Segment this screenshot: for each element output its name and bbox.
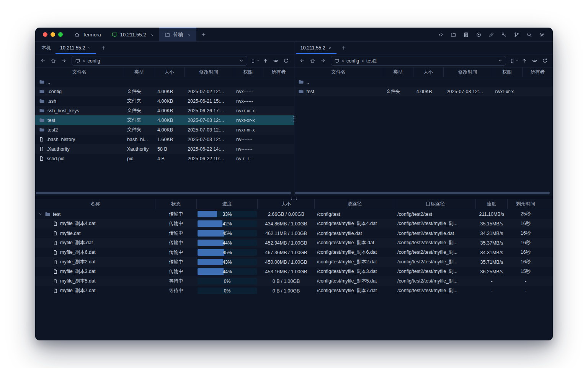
transfer-row[interactable]: myfile_副本7.dat等待中0%0 B / 1.00GB/config/t… (35, 286, 553, 296)
toolbar-folder-button[interactable] (448, 30, 458, 39)
transfer-name-cell: myfile_副本4.dat (35, 220, 155, 227)
left-new-tab-button[interactable] (96, 42, 111, 54)
left-path-bar[interactable]: >config (72, 56, 247, 66)
file-row[interactable]: .. (35, 77, 294, 87)
transfer-column-remaining[interactable]: 剩余时间 (508, 199, 553, 209)
app-tab-termora[interactable]: Termora (69, 28, 106, 41)
file-type: 文件夹 (383, 88, 413, 95)
right-path-bar[interactable]: >config>test2 (331, 56, 506, 66)
window-close-button[interactable] (43, 32, 47, 37)
left-home-button[interactable] (49, 56, 58, 66)
transfer-splitter[interactable] (35, 196, 553, 199)
file-row[interactable]: sshd.pidpid4 B2025-06-22 10:...rw-r--r-- (35, 154, 294, 163)
right-bookmark-button[interactable] (509, 56, 519, 66)
toolbar-record-button[interactable] (474, 30, 483, 39)
file-mtime: 2025-07-03 12:... (185, 118, 233, 123)
left-tab-ssh-10.211.55.2[interactable]: 10.211.55.2 (56, 42, 96, 54)
column-header-name[interactable]: 文件名 (35, 67, 124, 77)
right-horizontal-scrollbar[interactable] (295, 192, 550, 194)
left-file-list: ...config文件夹4.00KB2025-07-02 12:...rwx--… (35, 77, 294, 196)
toolbar-key-button[interactable] (499, 30, 509, 39)
close-tab-icon[interactable] (150, 33, 154, 37)
toolbar-log-button[interactable] (461, 30, 471, 39)
arrow-right-icon (61, 58, 67, 64)
transfer-row[interactable]: test传输中33%2.66GB / 8.00GB/config/test/co… (35, 209, 553, 219)
transfer-size: 2.66GB / 8.00GB (258, 212, 315, 217)
new-tab-button[interactable] (196, 28, 211, 41)
progress-bar: 33% (198, 211, 257, 217)
file-row[interactable]: ssh_host_keys文件夹4.00KB2025-06-26 17:...r… (35, 106, 294, 115)
toolbar-edit-button[interactable] (486, 30, 496, 39)
right-home-button[interactable] (308, 56, 317, 66)
right-back-button[interactable] (297, 56, 307, 66)
transfer-column-speed[interactable]: 速度 (476, 199, 508, 209)
right-new-tab-button[interactable] (336, 42, 351, 54)
left-back-button[interactable] (38, 56, 48, 66)
column-header-owner[interactable]: 所有者 (263, 67, 294, 77)
column-header-type[interactable]: 类型 (383, 67, 413, 77)
left-bookmark-button[interactable] (250, 56, 260, 66)
left-horizontal-scrollbar[interactable] (36, 192, 291, 194)
toolbar-settings-button[interactable] (537, 30, 547, 39)
transfer-row[interactable]: myfile_副本6.dat传输中45%467.36MB / 1.00GB/co… (35, 248, 553, 257)
column-header-perm[interactable]: 权限 (233, 67, 263, 77)
column-header-type[interactable]: 类型 (124, 67, 154, 77)
transfer-row[interactable]: myfile_副本5.dat等待中0%0 B / 1.00GB/config/t… (35, 276, 553, 286)
file-row[interactable]: test文件夹4.00KB2025-07-03 12:...rwxr-xr-x (35, 115, 294, 125)
right-tab-ssh-10.211.55.2[interactable]: 10.211.55.2 (296, 42, 336, 54)
chevron-down-icon[interactable] (239, 58, 244, 63)
column-header-name[interactable]: 文件名 (294, 67, 383, 77)
transfer-row[interactable]: myfile.dat传输中45%462.11MB / 1.00GB/config… (35, 228, 553, 238)
left-refresh-button[interactable] (281, 56, 291, 66)
left-up-button[interactable] (261, 56, 270, 66)
file-mtime: 2025-06-22 14:... (185, 146, 233, 152)
file-row[interactable]: .bash_historybash_hi...1.60KB2025-07-03 … (35, 135, 294, 144)
right-up-button[interactable] (519, 56, 529, 66)
transfer-row[interactable]: myfile_副本4.dat传输中42%434.86MB / 1.00GB/co… (35, 219, 553, 228)
transfer-column-progress[interactable]: 进度 (197, 199, 258, 209)
transfer-column-size[interactable]: 大小 (258, 199, 315, 209)
file-row[interactable]: .config文件夹4.00KB2025-07-02 12:...rwx----… (35, 87, 294, 96)
bookmark-icon (510, 58, 515, 64)
file-row[interactable]: .. (294, 77, 553, 87)
close-tab-icon[interactable] (328, 46, 332, 50)
right-refresh-button[interactable] (540, 56, 550, 66)
column-header-mtime[interactable]: 修改时间 (185, 67, 233, 77)
window-zoom-button[interactable] (58, 32, 63, 37)
settings-icon (539, 32, 545, 38)
transfer-column-status[interactable]: 状态 (155, 199, 197, 209)
transfer-column-target[interactable]: 目标路径 (395, 199, 476, 209)
main-tab-ssh-10.211.55.2[interactable]: 10.211.55.2 (106, 28, 160, 41)
close-tab-icon[interactable] (87, 46, 91, 50)
column-header-perm[interactable]: 权限 (492, 67, 523, 77)
column-header-size[interactable]: 大小 (154, 67, 185, 77)
transfer-column-name[interactable]: 名称 (35, 199, 155, 209)
file-row[interactable]: .ssh文件夹4.00KB2025-06-21 15:...rwx------ (35, 96, 294, 106)
window-minimize-button[interactable] (51, 32, 55, 37)
left-toggle-hidden-button[interactable] (271, 56, 281, 66)
file-row[interactable]: test文件夹4.00KB2025-07-03 12:...rwxr-xr-x (294, 87, 553, 96)
column-header-size[interactable]: 大小 (413, 67, 444, 77)
main-tab-transfer[interactable]: 传输 (159, 28, 196, 41)
column-header-owner[interactable]: 所有者 (523, 67, 553, 77)
toolbar-search-button[interactable] (524, 30, 534, 39)
transfer-row[interactable]: myfile_副本2.dat传输中43%450.00MB / 1.00GB/co… (35, 257, 553, 267)
left-tab-local[interactable]: 本机 (37, 42, 56, 54)
column-header-mtime[interactable]: 修改时间 (444, 67, 492, 77)
transfer-row[interactable]: myfile_副本.dat传输中44%452.94MB / 1.00GB/con… (35, 238, 553, 248)
file-row[interactable]: test2文件夹4.00KB2025-07-03 12:...rwxr-xr-x (35, 125, 294, 135)
transfer-row[interactable]: myfile_副本3.dat传输中44%453.16MB / 1.00GB/co… (35, 267, 553, 276)
transfer-name: myfile_副本3.dat (60, 268, 95, 275)
file-row[interactable]: .XauthorityXauthority58 B2025-06-22 14:.… (35, 144, 294, 154)
file-type: bash_hi... (124, 137, 154, 142)
right-toggle-hidden-button[interactable] (530, 56, 539, 66)
toolbar-branch-button[interactable] (511, 30, 521, 39)
right-forward-button[interactable] (318, 56, 328, 66)
close-tab-icon[interactable] (187, 33, 191, 37)
left-forward-button[interactable] (59, 56, 69, 66)
transfer-column-source[interactable]: 源路径 (315, 199, 395, 209)
toolbar-code-button[interactable] (436, 30, 446, 39)
file-size: 4.00KB (154, 118, 185, 123)
chevron-down-icon[interactable] (498, 58, 503, 63)
expand-icon[interactable] (38, 212, 42, 216)
